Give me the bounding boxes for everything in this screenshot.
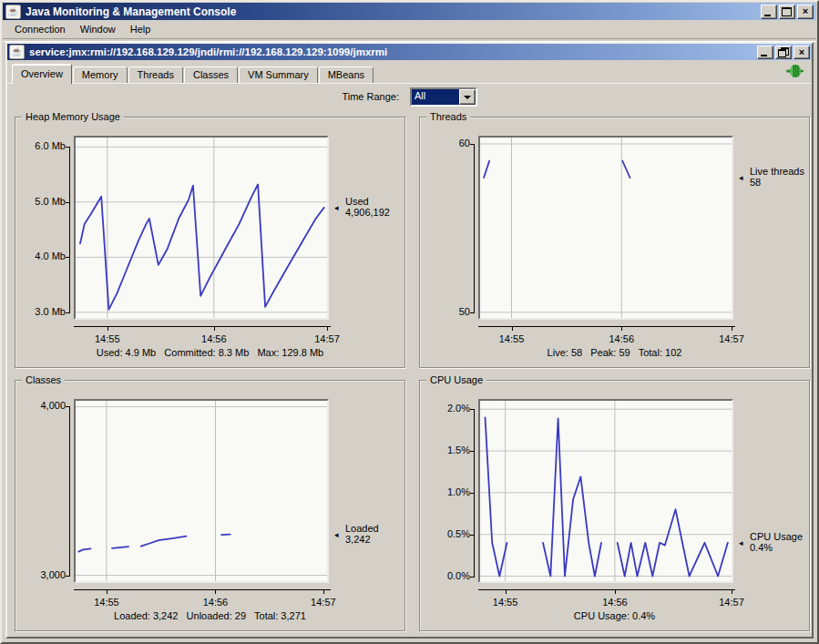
x-axis: [74, 326, 331, 327]
annotation-label: Used4,906,192: [345, 196, 390, 218]
x-tick: [621, 327, 622, 331]
x-tick: [615, 590, 616, 594]
connection-frame: ☕ service:jmx:rmi://192.168.129.129/jndi…: [5, 42, 814, 639]
y-tick: [470, 144, 475, 145]
menu-window[interactable]: Window: [73, 22, 123, 37]
tab-classes[interactable]: Classes: [184, 66, 238, 83]
annotation-line: CPU Usage: [750, 531, 803, 542]
y-tick: [66, 406, 70, 407]
annotation-line: Loaded: [345, 523, 379, 534]
y-tick-label: 6.0 Mb: [15, 140, 66, 151]
x-tick-label: 14:56: [195, 597, 235, 608]
y-axis: [69, 406, 70, 576]
tab-overview[interactable]: Overview: [12, 64, 72, 84]
x-tick: [506, 590, 507, 594]
chart-plot-cpu-usage: [478, 399, 733, 583]
panel-classes: Classes4,0003,00014:5514:5614:57◂Loaded3…: [15, 380, 405, 631]
x-tick: [732, 327, 732, 331]
x-tick: [732, 590, 732, 594]
x-tick-label: 14:56: [601, 333, 641, 344]
x-tick: [327, 327, 328, 331]
annotation-line: 58: [750, 177, 804, 188]
y-tick: [470, 312, 475, 313]
chevron-down-icon: [464, 96, 471, 99]
annotation-line: 3,242: [345, 534, 379, 545]
y-tick: [66, 147, 70, 148]
x-tick: [323, 590, 324, 594]
y-tick-label: 4,000: [15, 400, 66, 411]
java-logo-icon: ☕: [9, 45, 25, 59]
tab-threads[interactable]: Threads: [128, 66, 183, 83]
inner-restore-button[interactable]: [775, 46, 792, 59]
x-tick-label: 14:57: [712, 333, 752, 344]
time-range-select[interactable]: All: [410, 87, 477, 107]
y-tick: [470, 409, 475, 410]
annotation-label: Loaded3,242: [345, 523, 379, 545]
window-title: Java Monitoring & Management Console: [26, 5, 761, 18]
y-tick-label: 50: [420, 306, 470, 317]
time-range-value: All: [412, 89, 459, 105]
y-tick-label: 3,000: [15, 569, 66, 580]
x-tick-label: 14:56: [194, 333, 234, 344]
chart-plot-classes: [74, 399, 329, 583]
minimize-button[interactable]: [761, 5, 777, 19]
y-axis: [69, 147, 70, 313]
tab-mbeans[interactable]: MBeans: [319, 66, 374, 83]
annotation-arrow-icon: ◂: [739, 173, 743, 183]
y-tick: [470, 451, 475, 452]
maximize-icon: [782, 7, 792, 16]
x-tick-label: 14:56: [595, 597, 635, 608]
maximize-button[interactable]: [779, 5, 795, 19]
connection-titlebar[interactable]: ☕ service:jmx:rmi://192.168.129.129/jndi…: [7, 44, 812, 60]
y-tick-label: 4.0 Mb: [15, 250, 66, 261]
tabbar: Overview Memory Threads Classes VM Summa…: [7, 61, 812, 83]
combo-dropdown-button[interactable]: [459, 89, 476, 105]
annotation-line: Live threads: [750, 166, 804, 177]
x-tick-label: 14:57: [307, 333, 347, 344]
annotation-label: CPU Usage0.4%: [750, 531, 803, 553]
jconsole-window: ☕ Java Monitoring & Management Console ×…: [0, 0, 819, 644]
annotation-line: 0.4%: [750, 542, 803, 553]
inner-close-button[interactable]: ×: [793, 46, 810, 59]
annotation-arrow-icon: ◂: [334, 203, 339, 213]
x-tick-label: 14:57: [303, 597, 343, 608]
annotation-arrow-icon: ◂: [334, 530, 339, 540]
x-axis: [74, 589, 331, 590]
connection-status-icon: [786, 63, 804, 79]
panel-cpu-usage: CPU Usage2.0%1.5%1.0%0.5%0.0%14:5514:561…: [419, 380, 810, 631]
window-titlebar[interactable]: ☕ Java Monitoring & Management Console ×: [3, 3, 816, 20]
x-tick: [215, 590, 216, 594]
chart-plot-heap-memory-usage: [74, 136, 329, 320]
y-tick: [66, 257, 70, 258]
minimize-icon: [761, 55, 767, 56]
java-logo-icon: ☕: [5, 5, 21, 19]
panel-title: CPU Usage: [426, 374, 486, 385]
x-tick: [107, 590, 107, 594]
panel-title: Threads: [426, 111, 470, 122]
minimize-icon: [764, 15, 771, 16]
panel-title: Heap Memory Usage: [22, 111, 124, 122]
annotation-label: Live threads58: [750, 166, 804, 188]
annotation-arrow-icon: ◂: [739, 538, 743, 548]
y-tick-label: 0.0%: [420, 570, 470, 581]
tab-memory[interactable]: Memory: [73, 66, 128, 83]
x-tick-label: 14:55: [87, 597, 127, 608]
close-button[interactable]: ×: [797, 5, 814, 19]
time-range-label: Time Range:: [253, 91, 399, 102]
y-tick-label: 60: [420, 138, 470, 148]
y-tick-label: 5.0 Mb: [15, 196, 66, 207]
inner-minimize-button[interactable]: [757, 46, 773, 59]
y-tick: [470, 493, 475, 494]
panel-title: Classes: [22, 374, 65, 385]
chart-plot-threads: [478, 136, 733, 320]
y-tick: [66, 312, 70, 313]
panel-heap-memory-usage: Heap Memory Usage6.0 Mb5.0 Mb4.0 Mb3.0 M…: [15, 117, 405, 368]
menu-help[interactable]: Help: [123, 22, 159, 37]
chart-summary: CPU Usage: 0.4%: [420, 610, 809, 621]
close-icon: ×: [794, 46, 809, 58]
menu-connection[interactable]: Connection: [7, 22, 73, 37]
y-tick-label: 1.5%: [420, 445, 470, 455]
panel-threads: Threads605014:5514:5614:57◂Live threads5…: [419, 117, 810, 368]
tab-vm-summary[interactable]: VM Summary: [239, 66, 318, 83]
x-tick: [107, 327, 108, 331]
